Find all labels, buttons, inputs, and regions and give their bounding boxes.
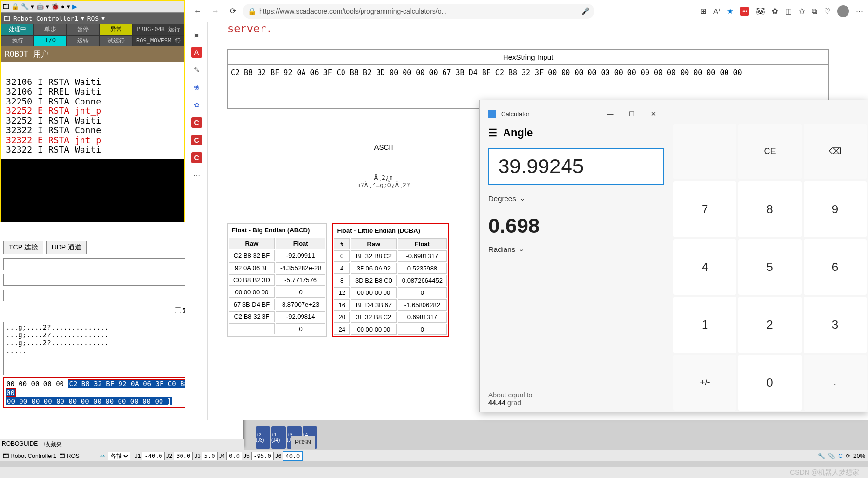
footer-icon[interactable]: 📎 <box>828 453 835 459</box>
toolbar-icon[interactable]: ▾ <box>31 3 34 10</box>
hamburger-icon[interactable]: ☰ <box>488 127 497 139</box>
key-9[interactable]: 9 <box>804 181 867 237</box>
jog-key[interactable]: +2 (J3) <box>256 426 270 449</box>
dropdown-icon[interactable]: ▼ <box>81 15 84 21</box>
sidebar-tabs-icon[interactable]: ▣ <box>191 29 202 40</box>
joint-value[interactable]: 0.0 <box>226 452 242 460</box>
toolbar-icon[interactable]: 🗔 <box>3 3 9 10</box>
sidebar-c-icon[interactable]: C <box>191 117 202 128</box>
key-3[interactable]: 3 <box>804 297 867 353</box>
table-row: 43F 06 0A 920.5235988 <box>334 263 447 274</box>
heart-icon[interactable]: ♡ <box>824 7 830 16</box>
footer-icon[interactable]: 🔧 <box>818 453 825 459</box>
send-input-3[interactable] <box>3 290 213 301</box>
toolbar-icon[interactable]: 🐞 <box>51 3 59 10</box>
footer-icon[interactable]: C <box>838 453 843 459</box>
calculator-secondary-display[interactable]: 0.698 <box>488 214 664 238</box>
forward-button[interactable]: → <box>208 4 222 19</box>
key-7[interactable]: 7 <box>673 181 736 237</box>
axis-select[interactable]: 各轴 <box>108 452 130 460</box>
sidebar-icon[interactable]: ❀ <box>191 82 202 93</box>
about-label: About equal to <box>488 391 532 399</box>
sidebar-c-icon[interactable]: C <box>191 152 202 163</box>
log-line: 32252 I RSTA Waiti <box>6 116 180 125</box>
browser-toolbar: ← → ⟳ 🔒 https://www.scadacore.com/tools/… <box>185 0 868 22</box>
posn-tab[interactable]: POSN <box>291 436 315 449</box>
toolbar-icon[interactable]: ● <box>61 3 65 10</box>
key-5[interactable]: 5 <box>738 239 801 295</box>
table-row: 1200 00 00 000 <box>334 287 447 298</box>
key-0[interactable]: 0 <box>738 355 801 411</box>
extension-icon[interactable]: 🐼 <box>756 7 765 16</box>
voice-icon[interactable]: 🎤 <box>581 7 589 15</box>
joint-value[interactable]: 40.0 <box>283 451 303 461</box>
key-plus-minus[interactable]: +/- <box>673 355 736 411</box>
server-text: server. <box>227 22 829 35</box>
extension-icon[interactable]: ✿ <box>772 7 778 16</box>
toolbar-icon[interactable]: ▾ <box>46 3 49 10</box>
key-blank <box>673 124 736 179</box>
calculator-primary-display[interactable]: 39.99245 <box>488 148 664 185</box>
robot-status-row-2: 执行 I/O 运转 试运行 ROS_MOVESM 行 <box>1 35 184 46</box>
key-8[interactable]: 8 <box>738 181 801 237</box>
minimize-button[interactable]: — <box>600 107 621 121</box>
table-row: 83D B2 B8 C00.0872664452 <box>334 275 447 286</box>
sidebar-icon[interactable]: ✎ <box>191 64 202 75</box>
footer-tab[interactable]: 🗔 ROS <box>59 453 79 459</box>
toolbar-icon[interactable]: 🔒 <box>11 3 19 10</box>
sidebar-pdf-icon[interactable]: A <box>191 47 202 58</box>
favorite-star-icon[interactable]: ★ <box>727 7 733 16</box>
maximize-button[interactable]: ☐ <box>622 107 642 121</box>
axis-mode-icon[interactable]: ⇔ <box>100 453 105 459</box>
dropdown-icon[interactable]: ▼ <box>101 15 105 21</box>
write-log-checkbox[interactable] <box>175 307 181 313</box>
collections-icon[interactable]: ⧉ <box>812 7 817 16</box>
app-icon[interactable]: ⊞ <box>700 7 707 16</box>
split-icon[interactable]: ◫ <box>785 7 792 16</box>
key-ce[interactable]: CE <box>738 124 801 179</box>
key-backspace[interactable]: ⌫ <box>804 124 867 179</box>
extension-icon[interactable]: ••• <box>740 7 749 16</box>
refresh-button[interactable]: ⟳ <box>225 4 240 19</box>
favorites-icon[interactable]: ✩ <box>799 7 805 16</box>
key-1[interactable]: 1 <box>673 297 736 353</box>
key-dot[interactable]: . <box>804 355 867 411</box>
profile-avatar[interactable] <box>837 5 849 17</box>
udp-channel-button[interactable]: UDP 通道 <box>46 241 87 254</box>
sidebar-more-icon[interactable]: ⋯ <box>191 170 202 181</box>
joint-value[interactable]: 5.0 <box>202 452 218 460</box>
url-text: https://www.scadacore.com/tools/programm… <box>259 7 447 15</box>
joint-value[interactable]: -40.0 <box>142 452 164 460</box>
tcp-connect-button[interactable]: TCP 连接 <box>3 241 43 254</box>
back-button[interactable]: ← <box>190 4 205 19</box>
calculator-unit-select[interactable]: Degrees ⌄ <box>488 194 664 203</box>
read-aloud-icon[interactable]: A⁾ <box>713 7 720 16</box>
status-cell: 暂停 <box>67 24 100 35</box>
calculator-keypad: CE ⌫ 7 8 9 4 5 6 1 2 3 +/- 0 . <box>672 100 868 412</box>
url-bar[interactable]: 🔒 https://www.scadacore.com/tools/progra… <box>243 4 594 19</box>
footer-tab[interactable]: 🗔 Robot Controller1 <box>3 453 56 459</box>
send-input-1[interactable] <box>3 258 213 270</box>
sidebar-icon[interactable]: ✿ <box>191 100 202 110</box>
toolbar-run-icon[interactable]: ▶ <box>72 3 77 10</box>
key-6[interactable]: 6 <box>804 239 867 295</box>
table-row: 67 3B D4 BF8.87007e+23 <box>229 299 325 310</box>
sidebar-c-icon[interactable]: C <box>191 135 202 145</box>
toolbar-icon[interactable]: 🤖 <box>36 3 44 10</box>
key-2[interactable]: 2 <box>738 297 801 353</box>
send-input-2[interactable] <box>3 274 213 286</box>
joint-value[interactable]: -95.0 <box>251 452 274 460</box>
robot-top-toolbar: 🗔 🔒 🔧 ▾ 🤖 ▾ 🐞 ● ▾ ▶ <box>1 1 184 13</box>
toolbar-icon[interactable]: 🔧 <box>21 3 29 10</box>
footer-icon[interactable]: ⟳ <box>846 453 850 459</box>
key-4[interactable]: 4 <box>673 239 736 295</box>
jog-key[interactable]: +1 (J4) <box>271 426 286 449</box>
toolbar-icon[interactable]: ▾ <box>67 3 70 10</box>
more-icon[interactable]: ⋯ <box>856 7 863 16</box>
calculator-unit-select[interactable]: Radians ⌄ <box>488 245 664 253</box>
joint-value[interactable]: 30.0 <box>174 452 193 460</box>
close-button[interactable]: ✕ <box>643 107 664 121</box>
footer-tab[interactable]: ROBOGUIDE <box>2 440 38 449</box>
footer-tab[interactable]: 收藏夹 <box>44 440 62 449</box>
float-little-endian-table: Float - Little Endian (DCBA) # Raw Float… <box>332 223 449 337</box>
